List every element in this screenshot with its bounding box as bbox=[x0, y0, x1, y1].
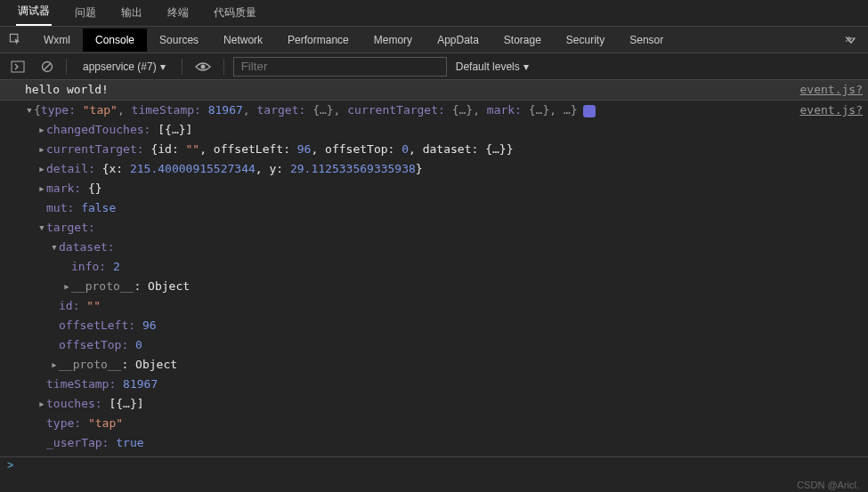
devtools-tabs: Wxml Console Sources Network Performance… bbox=[0, 27, 868, 53]
object-entry: ▸touches: [{…}] bbox=[0, 394, 868, 414]
object-entry: type: "tap" bbox=[0, 414, 868, 433]
object-entry: offsetTop: 0 bbox=[0, 335, 868, 355]
expand-icon[interactable]: ▾ bbox=[50, 238, 59, 256]
object-entry: offsetLeft: 96 bbox=[0, 316, 868, 335]
object-entry: ▾dataset: bbox=[0, 238, 868, 257]
separator bbox=[223, 59, 224, 75]
tab-performance[interactable]: Performance bbox=[275, 28, 361, 52]
svg-point-5 bbox=[200, 64, 205, 69]
filter-input[interactable] bbox=[233, 57, 447, 77]
object-entry: ▸detail: {x: 215.40000915527344, y: 29.1… bbox=[0, 159, 868, 179]
svg-text:»: » bbox=[845, 34, 852, 45]
tab-sensor[interactable]: Sensor bbox=[617, 28, 676, 52]
log-message: hello world! event.js? bbox=[0, 80, 868, 101]
object-entry: ▸__proto__: Object bbox=[0, 355, 868, 375]
source-link[interactable]: event.js? bbox=[800, 101, 868, 119]
object-entry: info: 2 bbox=[0, 257, 868, 277]
expand-icon[interactable]: ▾ bbox=[37, 219, 46, 237]
svg-line-4 bbox=[44, 63, 51, 70]
object-entry: ▾target: bbox=[0, 218, 868, 238]
levels-label: Default levels bbox=[456, 60, 520, 73]
object-entry: ▸changedTouches: [{…}] bbox=[0, 120, 868, 140]
expand-icon[interactable]: ▸ bbox=[37, 395, 46, 413]
more-tabs-icon[interactable]: » bbox=[834, 34, 868, 46]
expand-icon[interactable]: ▸ bbox=[37, 160, 46, 178]
separator bbox=[182, 59, 183, 75]
console-output: hello world! event.js? ▾{type: "tap", ti… bbox=[0, 80, 868, 465]
expand-icon[interactable]: ▸ bbox=[37, 141, 46, 158]
tab-security[interactable]: Security bbox=[554, 28, 617, 52]
object-badge bbox=[583, 105, 596, 117]
object-entry: ▸currentTarget: {id: "", offsetLeft: 96,… bbox=[0, 140, 868, 159]
context-label: appservice (#7) bbox=[83, 60, 157, 73]
separator bbox=[66, 59, 67, 75]
tab-appdata[interactable]: AppData bbox=[425, 28, 491, 52]
watermark: CSDN @Aricl. bbox=[797, 480, 859, 490]
tab-problems[interactable]: 问题 bbox=[73, 0, 98, 26]
sidebar-toggle-icon[interactable] bbox=[7, 60, 28, 73]
tab-console[interactable]: Console bbox=[83, 28, 147, 52]
expand-icon[interactable]: ▾ bbox=[25, 101, 34, 119]
object-entry: _userTap: true bbox=[0, 433, 868, 453]
console-toolbar: appservice (#7) ▾ Default levels ▾ bbox=[0, 53, 868, 80]
tab-sources[interactable]: Sources bbox=[147, 28, 211, 52]
log-levels-selector[interactable]: Default levels ▾ bbox=[456, 60, 529, 73]
dropdown-icon: ▾ bbox=[523, 60, 529, 73]
inspect-icon[interactable] bbox=[0, 33, 31, 46]
object-entry: timeStamp: 81967 bbox=[0, 375, 868, 394]
tab-storage[interactable]: Storage bbox=[491, 28, 554, 52]
console-prompt[interactable]: > bbox=[0, 456, 868, 476]
object-entry: id: "" bbox=[0, 296, 868, 316]
tab-network[interactable]: Network bbox=[211, 28, 275, 52]
object-entry: ▸mark: {} bbox=[0, 179, 868, 198]
tab-quality[interactable]: 代码质量 bbox=[212, 0, 258, 26]
tab-output[interactable]: 输出 bbox=[119, 0, 144, 26]
source-link[interactable]: event.js? bbox=[800, 81, 868, 99]
editor-tabs: 调试器 问题 输出 终端 代码质量 bbox=[0, 0, 868, 27]
tab-wxml[interactable]: Wxml bbox=[31, 28, 83, 52]
eye-icon[interactable] bbox=[191, 61, 215, 72]
log-object: ▾{type: "tap", timeStamp: 81967, target:… bbox=[0, 101, 868, 120]
expand-icon[interactable]: ▸ bbox=[37, 180, 46, 198]
tab-memory[interactable]: Memory bbox=[361, 28, 425, 52]
context-selector[interactable]: appservice (#7) ▾ bbox=[76, 60, 173, 73]
clear-console-icon[interactable] bbox=[37, 60, 57, 73]
expand-icon[interactable]: ▸ bbox=[50, 356, 59, 374]
dropdown-icon: ▾ bbox=[160, 60, 166, 73]
expand-icon[interactable]: ▸ bbox=[37, 121, 46, 139]
object-entry: ▸__proto__: Object bbox=[0, 277, 868, 296]
tab-terminal[interactable]: 终端 bbox=[166, 0, 191, 26]
expand-icon[interactable]: ▸ bbox=[62, 278, 71, 295]
object-entry: mut: false bbox=[0, 198, 868, 218]
tab-debugger[interactable]: 调试器 bbox=[16, 0, 52, 26]
